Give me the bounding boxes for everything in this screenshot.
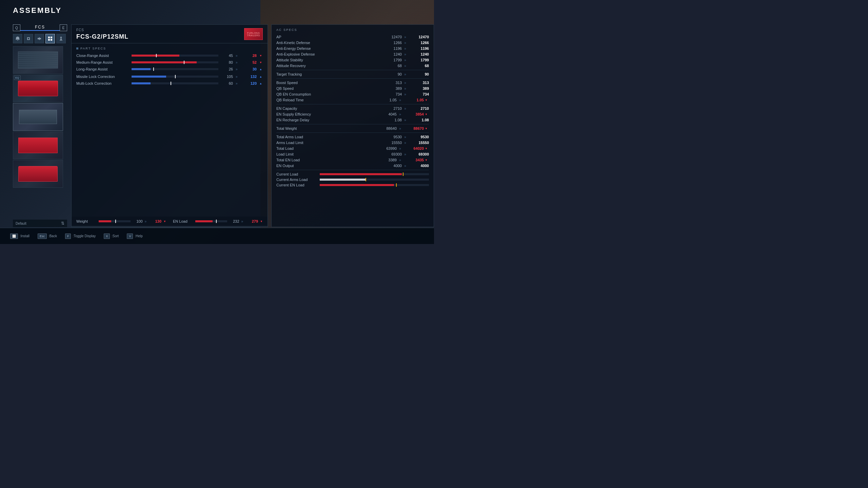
weight-bar-marker — [115, 220, 116, 223]
list-item[interactable] — [13, 103, 63, 131]
tab-key-q[interactable]: Q — [13, 24, 20, 31]
toggle-key[interactable]: F — [65, 233, 71, 239]
load-bar-track — [320, 173, 429, 175]
toggle-label: :Toggle Display — [73, 234, 96, 238]
spec-change-icon: ▲ — [259, 82, 263, 85]
ac-spec-arrow: » — [402, 81, 409, 85]
install-label: :Install — [20, 234, 29, 238]
ac-spec-row: Attitude Stability 1799 » 1799 — [276, 58, 429, 62]
spec-bar-marker — [184, 61, 184, 64]
ac-divider — [276, 70, 429, 70]
enload-stat-row: EN Load 232 » 279 ▼ — [173, 219, 263, 223]
spec-row: Long-Range Assist 26 » 30 ▲ — [76, 67, 263, 71]
spec-bar-container — [132, 76, 218, 78]
ac-spec-name: Total Load — [276, 146, 378, 150]
spec-name: Multi-Lock Correction — [76, 81, 129, 85]
hotkey-back: Esc :Back — [38, 233, 57, 239]
ac-spec-row: Arms Load Limit 15550 » 15550 — [276, 141, 429, 145]
ac-spec-change-icon: ▼ — [425, 159, 429, 162]
weight-change-icon: ▼ — [163, 220, 166, 223]
sort-icon[interactable]: ⇅ — [61, 221, 64, 226]
spec-bar-container — [132, 68, 218, 70]
ac-divider — [276, 133, 429, 133]
ac-spec-name: EN Supply Efficiency — [276, 112, 378, 116]
spec-bar-fill — [132, 55, 179, 57]
load-bar-fill — [320, 179, 366, 181]
list-item[interactable] — [13, 131, 63, 159]
list-item[interactable]: EQ — [13, 75, 63, 102]
ac-spec-new-value: 64020 — [403, 146, 424, 150]
ac-spec-arrow: » — [402, 35, 409, 39]
ac-spec-new-value: 9530 — [409, 135, 429, 139]
logo-text: FURLONG TRAILERS — [247, 32, 260, 37]
ac-spec-arrow: » — [402, 118, 409, 122]
ac-spec-name: QB Speed — [276, 86, 383, 90]
ac-spec-name: Anti-Explosive Defense — [276, 52, 383, 56]
list-item[interactable] — [13, 46, 63, 74]
ac-spec-name: QB EN Consumption — [276, 92, 383, 96]
spec-row: Close-Range Assist 45 » 28 ▼ — [76, 54, 263, 58]
ac-spec-name: QB Reload Time — [276, 98, 378, 102]
ac-spec-value: 63990 — [378, 146, 397, 150]
ac-spec-arrow: » — [402, 135, 409, 139]
ac-spec-row: Anti-Energy Defense 1196 » 1196 — [276, 46, 429, 50]
ac-spec-new-value: 1.05 — [403, 98, 424, 102]
part-specs-section: PART SPECS Close-Range Assist 45 » 28 ▼ … — [72, 43, 268, 92]
tab-key-e[interactable]: E — [60, 24, 67, 31]
ac-spec-row: AP 12470 » 12470 — [276, 35, 429, 39]
ac-spec-arrow: » — [397, 147, 403, 150]
enload-bar — [195, 220, 227, 222]
install-key[interactable]: ⬜ — [10, 233, 18, 239]
help-key[interactable]: V — [127, 233, 133, 239]
load-bar-marker — [366, 178, 366, 181]
ac-spec-name: Attitude Recovery — [276, 64, 383, 68]
cat-core-icon[interactable] — [24, 34, 33, 43]
spec-bar-fill — [132, 76, 166, 78]
ac-specs-title: AC SPECS — [276, 28, 429, 32]
ac-spec-arrow: » — [402, 73, 409, 76]
spec-new-value: 52 — [243, 60, 257, 64]
part-image — [13, 75, 63, 102]
spec-name: Medium-Range Assist — [76, 60, 129, 64]
ac-spec-arrow: » — [402, 58, 409, 62]
cat-arm-icon[interactable] — [35, 34, 44, 43]
ac-spec-name: Target Tracking — [276, 72, 383, 76]
ac-spec-new-value: 3854 — [403, 112, 424, 116]
spec-name: Missile Lock Correction — [76, 75, 129, 79]
ac-spec-arrow: » — [402, 53, 409, 56]
ac-spec-value: 15550 — [383, 141, 402, 145]
ac-spec-name: Anti-Energy Defense — [276, 46, 383, 50]
back-key[interactable]: Esc — [38, 233, 47, 239]
ac-spec-row-en-capacity: EN Capacity 2710 » 2710 — [276, 106, 429, 110]
sort-key[interactable]: X — [104, 233, 110, 239]
cat-head-icon[interactable] — [13, 34, 22, 43]
weight-bar — [99, 220, 131, 222]
cat-gen-icon[interactable] — [56, 34, 66, 43]
hotkey-sort: X :Sort — [104, 233, 119, 239]
ac-spec-row: QB Reload Time 1.05 » 1.05 ▼ — [276, 98, 429, 102]
ac-spec-arrow: » — [402, 152, 409, 156]
ac-spec-value: 1196 — [383, 46, 402, 50]
tab-label[interactable]: FCS — [20, 25, 60, 31]
current-en-load-row: Current EN Load — [276, 183, 429, 187]
ac-spec-name: Total Arms Load — [276, 135, 383, 139]
help-label: :Help — [135, 234, 142, 238]
ac-spec-arrow: » — [397, 127, 403, 130]
ac-spec-value: 734 — [383, 92, 402, 96]
ac-spec-row-en-supply: EN Supply Efficiency 4045 » 3854 ▼ — [276, 112, 429, 116]
ac-spec-new-value: 1.08 — [409, 118, 429, 122]
ac-spec-arrow: » — [402, 107, 409, 110]
list-item[interactable] — [13, 160, 63, 188]
ac-spec-new-value: 12470 — [409, 35, 429, 39]
spec-arrow-icon: » — [236, 75, 240, 79]
ac-spec-arrow: » — [402, 87, 409, 90]
ac-spec-name: Boost Speed — [276, 81, 383, 85]
ac-divider — [276, 124, 429, 124]
part-header: FCS FCS-G2/P12SML FURLONG TRAILERS — [72, 25, 268, 43]
ac-spec-row-en-recharge: EN Recharge Delay 1.08 » 1.08 — [276, 118, 429, 122]
ac-spec-new-value: 1266 — [409, 41, 429, 45]
ac-spec-new-value: 68 — [409, 64, 429, 68]
ac-spec-row: Total Load 63990 » 64020 ▼ — [276, 146, 429, 150]
enload-arrow: » — [241, 220, 243, 223]
cat-fcs-icon[interactable] — [45, 34, 55, 43]
